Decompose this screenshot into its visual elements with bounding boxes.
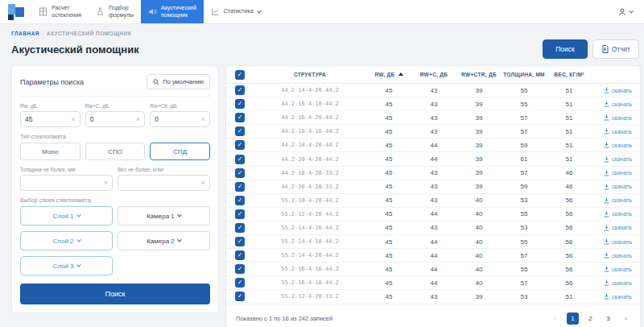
- cell-rwc: 44: [411, 238, 456, 246]
- col-rwctr[interactable]: RW+CTR, ДБ: [456, 72, 502, 77]
- nav-item-glazing-calc[interactable]: Расчёт остекления: [31, 0, 89, 23]
- page-header: Акустический помощник Поиск Отчет: [0, 36, 644, 65]
- sort-default-button[interactable]: По умолчанию: [147, 74, 210, 89]
- cell-rwc: 44: [411, 266, 456, 273]
- col-rwc[interactable]: RW+C, ДБ: [411, 72, 456, 77]
- camera-2-dropdown[interactable]: Камера 2: [118, 231, 210, 250]
- top-nav-bar: Расчёт остекления Подбор формулы Акустич…: [0, 0, 644, 24]
- download-link[interactable]: скачать: [592, 184, 640, 190]
- search-header-button[interactable]: Поиск: [543, 39, 588, 59]
- download-link[interactable]: скачать: [592, 293, 640, 300]
- page-3-button[interactable]: 3: [602, 313, 614, 325]
- cell-rwc: 44: [411, 279, 456, 287]
- cell-thickness: 59: [502, 142, 547, 149]
- rwctr-input[interactable]: 0 ×: [150, 111, 210, 127]
- rw-input[interactable]: 45 ×: [20, 111, 80, 127]
- layer-3-dropdown[interactable]: Слой 3: [20, 256, 113, 275]
- cell-rwc: 43: [411, 87, 456, 94]
- clear-icon[interactable]: ×: [136, 116, 140, 123]
- row-checkbox[interactable]: ✓: [235, 264, 245, 274]
- user-menu[interactable]: [618, 0, 644, 23]
- type-spo-button[interactable]: СПО: [85, 143, 146, 160]
- download-link[interactable]: скачать: [592, 211, 640, 217]
- chevron-down-icon: [177, 213, 182, 217]
- layer-1-dropdown[interactable]: Слой 1: [20, 206, 113, 226]
- cell-structure: 44.2-20-4-20-33.2: [254, 184, 366, 190]
- row-checkbox[interactable]: ✓: [235, 196, 245, 205]
- rwctr-input-value: 0: [155, 115, 159, 123]
- row-checkbox[interactable]: ✓: [235, 237, 245, 246]
- download-link[interactable]: скачать: [592, 114, 640, 121]
- row-checkbox[interactable]: ✓: [235, 209, 245, 219]
- download-label: скачать: [612, 129, 632, 135]
- layer-2-dropdown[interactable]: Слой 2: [20, 231, 113, 250]
- download-link[interactable]: скачать: [592, 238, 640, 245]
- download-link[interactable]: скачать: [592, 252, 640, 259]
- row-checkbox[interactable]: ✓: [235, 182, 245, 192]
- cell-weight: 51: [547, 128, 592, 135]
- cell-rwctr: 40: [456, 279, 502, 287]
- page-1-button[interactable]: 1: [567, 313, 579, 325]
- camera-1-dropdown[interactable]: Камера 1: [118, 206, 210, 226]
- nav-item-statistics[interactable]: Статистика: [204, 0, 268, 23]
- clear-icon[interactable]: ×: [71, 116, 75, 123]
- rwc-field-group: Rw+C, дБ 0 ×: [85, 103, 146, 127]
- col-weight[interactable]: ВЕС, КГ/М²: [547, 72, 592, 77]
- download-link[interactable]: скачать: [592, 101, 640, 107]
- page-2-button[interactable]: 2: [584, 313, 597, 325]
- row-checkbox[interactable]: ✓: [235, 292, 245, 301]
- download-link[interactable]: скачать: [592, 197, 640, 204]
- cell-structure: 44.2-14-4-20-44.2: [254, 87, 366, 93]
- col-structure[interactable]: СТРУКТУРА: [254, 72, 366, 77]
- row-checkbox[interactable]: ✓: [235, 278, 245, 288]
- page-next-button[interactable]: ›: [620, 313, 632, 325]
- row-checkbox[interactable]: ✓: [235, 168, 245, 178]
- row-checkbox[interactable]: ✓: [235, 99, 245, 109]
- search-submit-button[interactable]: Поиск: [20, 284, 210, 304]
- rw-field-group: Rw, дБ 45 ×: [20, 103, 80, 127]
- download-link[interactable]: скачать: [592, 225, 640, 231]
- cell-weight: 56: [547, 197, 592, 204]
- col-rw[interactable]: RW, ДБ: [366, 72, 411, 77]
- row-checkbox[interactable]: ✓: [235, 85, 245, 95]
- page-prev-button[interactable]: ‹: [549, 313, 561, 325]
- download-label: скачать: [612, 143, 632, 148]
- row-checkbox[interactable]: ✓: [235, 155, 245, 164]
- cell-rwc: 43: [411, 128, 456, 135]
- table-row: ✓ 44.2-20-4-20-44.2 45 44 39 61 51 скача…: [226, 152, 640, 166]
- col-thickness[interactable]: ТОЛЩИНА, ММ: [502, 72, 547, 77]
- download-link[interactable]: скачать: [592, 279, 640, 286]
- rwc-input[interactable]: 0 ×: [85, 111, 146, 127]
- nav-item-label: Подбор формулы: [109, 5, 134, 19]
- download-link[interactable]: скачать: [592, 156, 640, 163]
- cell-thickness: 57: [502, 114, 547, 122]
- row-checkbox[interactable]: ✓: [235, 113, 245, 122]
- row-checkbox[interactable]: ✓: [235, 223, 245, 233]
- chevron-down-icon: [76, 213, 81, 217]
- type-spd-button[interactable]: СПД: [150, 143, 210, 160]
- select-all-checkbox[interactable]: ✓: [235, 70, 245, 80]
- nav-item-acoustic-assistant[interactable]: Акустический помощник: [141, 0, 204, 23]
- cell-weight: 51: [547, 114, 592, 122]
- report-button[interactable]: Отчет: [592, 39, 639, 59]
- download-link[interactable]: скачать: [592, 128, 640, 135]
- clear-icon[interactable]: ×: [201, 116, 205, 123]
- row-checkbox[interactable]: ✓: [235, 126, 245, 136]
- download-link[interactable]: скачать: [592, 87, 640, 93]
- type-mono-button[interactable]: Моно: [20, 143, 80, 160]
- row-checkbox[interactable]: ✓: [235, 250, 245, 260]
- download-link[interactable]: скачать: [592, 142, 640, 148]
- cell-structure: 44.2-18-4-20-33.2: [254, 170, 366, 176]
- thickness-input[interactable]: ×: [20, 175, 113, 191]
- nav-item-formula-select[interactable]: Подбор формулы: [89, 0, 141, 23]
- clear-icon[interactable]: ×: [201, 180, 205, 187]
- row-checkbox[interactable]: ✓: [235, 140, 245, 150]
- table-row: ✓ 44.2-14-4-20-44.2 45 43 39 55 51 скача…: [226, 84, 640, 97]
- breadcrumb-home-link[interactable]: ГЛАВНАЯ: [11, 31, 39, 36]
- download-link[interactable]: скачать: [592, 170, 640, 176]
- cell-thickness: 53: [502, 293, 547, 300]
- clear-icon[interactable]: ×: [104, 180, 108, 187]
- cell-weight: 56: [547, 210, 592, 217]
- download-link[interactable]: скачать: [592, 266, 640, 272]
- weight-input[interactable]: ×: [118, 175, 210, 191]
